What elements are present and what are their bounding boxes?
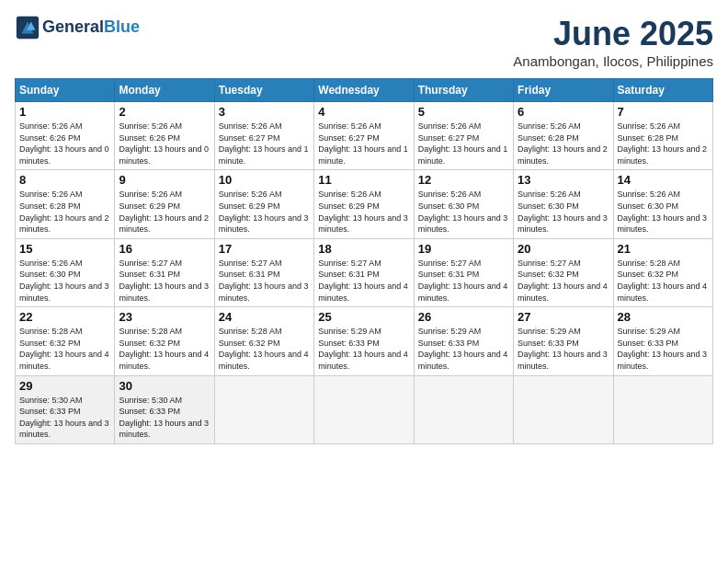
day-number: 15 — [19, 242, 110, 256]
day-info: Sunrise: 5:26 AMSunset: 6:29 PMDaylight:… — [318, 189, 409, 235]
day-info: Sunrise: 5:26 AMSunset: 6:28 PMDaylight:… — [518, 121, 609, 167]
col-friday: Friday — [514, 79, 613, 102]
day-info: Sunrise: 5:27 AMSunset: 6:31 PMDaylight:… — [418, 258, 509, 304]
table-row: 14Sunrise: 5:26 AMSunset: 6:30 PMDayligh… — [613, 170, 712, 238]
table-row — [514, 375, 613, 443]
logo: GeneralBlue — [15, 15, 140, 40]
day-info: Sunrise: 5:28 AMSunset: 6:32 PMDaylight:… — [219, 326, 310, 372]
col-thursday: Thursday — [414, 79, 513, 102]
day-number: 23 — [119, 310, 210, 324]
table-row: 8Sunrise: 5:26 AMSunset: 6:28 PMDaylight… — [16, 170, 115, 238]
day-number: 18 — [318, 242, 409, 256]
table-row: 24Sunrise: 5:28 AMSunset: 6:32 PMDayligh… — [214, 307, 313, 375]
table-row: 29Sunrise: 5:30 AMSunset: 6:33 PMDayligh… — [16, 375, 115, 443]
table-row: 4Sunrise: 5:26 AMSunset: 6:27 PMDaylight… — [314, 102, 414, 170]
day-info: Sunrise: 5:26 AMSunset: 6:30 PMDaylight:… — [618, 189, 709, 235]
table-row: 23Sunrise: 5:28 AMSunset: 6:32 PMDayligh… — [115, 307, 214, 375]
day-info: Sunrise: 5:26 AMSunset: 6:28 PMDaylight:… — [618, 121, 709, 167]
day-number: 13 — [518, 173, 609, 187]
day-info: Sunrise: 5:27 AMSunset: 6:32 PMDaylight:… — [518, 258, 609, 304]
calendar-week-row: 22Sunrise: 5:28 AMSunset: 6:32 PMDayligh… — [16, 307, 713, 375]
day-number: 12 — [418, 173, 509, 187]
day-info: Sunrise: 5:30 AMSunset: 6:33 PMDaylight:… — [119, 395, 210, 441]
day-info: Sunrise: 5:28 AMSunset: 6:32 PMDaylight:… — [119, 326, 210, 372]
day-info: Sunrise: 5:27 AMSunset: 6:31 PMDaylight:… — [318, 258, 409, 304]
col-saturday: Saturday — [613, 79, 712, 102]
day-number: 20 — [518, 242, 609, 256]
day-info: Sunrise: 5:29 AMSunset: 6:33 PMDaylight:… — [518, 326, 609, 372]
page-header: GeneralBlue June 2025 Anambongan, Ilocos… — [15, 15, 713, 69]
table-row: 13Sunrise: 5:26 AMSunset: 6:30 PMDayligh… — [514, 170, 613, 238]
day-info: Sunrise: 5:26 AMSunset: 6:29 PMDaylight:… — [219, 189, 310, 235]
day-info: Sunrise: 5:27 AMSunset: 6:31 PMDaylight:… — [219, 258, 310, 304]
table-row: 22Sunrise: 5:28 AMSunset: 6:32 PMDayligh… — [16, 307, 115, 375]
day-info: Sunrise: 5:26 AMSunset: 6:26 PMDaylight:… — [119, 121, 210, 167]
table-row: 15Sunrise: 5:26 AMSunset: 6:30 PMDayligh… — [16, 238, 115, 306]
day-number: 30 — [119, 379, 210, 393]
day-number: 4 — [318, 105, 409, 119]
location-title: Anambongan, Ilocos, Philippines — [513, 53, 713, 69]
day-number: 10 — [219, 173, 310, 187]
day-number: 7 — [618, 105, 709, 119]
day-number: 22 — [19, 310, 110, 324]
title-block: June 2025 Anambongan, Ilocos, Philippine… — [513, 15, 713, 69]
table-row: 28Sunrise: 5:29 AMSunset: 6:33 PMDayligh… — [613, 307, 712, 375]
day-info: Sunrise: 5:26 AMSunset: 6:29 PMDaylight:… — [119, 189, 210, 235]
table-row: 5Sunrise: 5:26 AMSunset: 6:27 PMDaylight… — [414, 102, 513, 170]
day-info: Sunrise: 5:26 AMSunset: 6:30 PMDaylight:… — [19, 258, 110, 304]
calendar-table: Sunday Monday Tuesday Wednesday Thursday… — [15, 78, 713, 444]
col-wednesday: Wednesday — [314, 79, 414, 102]
table-row: 30Sunrise: 5:30 AMSunset: 6:33 PMDayligh… — [115, 375, 214, 443]
col-sunday: Sunday — [16, 79, 115, 102]
logo-icon — [15, 15, 40, 40]
calendar-week-row: 15Sunrise: 5:26 AMSunset: 6:30 PMDayligh… — [16, 238, 713, 306]
day-number: 14 — [618, 173, 709, 187]
day-info: Sunrise: 5:27 AMSunset: 6:31 PMDaylight:… — [119, 258, 210, 304]
day-number: 29 — [19, 379, 110, 393]
day-number: 11 — [318, 173, 409, 187]
day-info: Sunrise: 5:26 AMSunset: 6:28 PMDaylight:… — [19, 189, 110, 235]
day-number: 28 — [618, 310, 709, 324]
table-row: 11Sunrise: 5:26 AMSunset: 6:29 PMDayligh… — [314, 170, 414, 238]
day-info: Sunrise: 5:29 AMSunset: 6:33 PMDaylight:… — [418, 326, 509, 372]
day-number: 24 — [219, 310, 310, 324]
day-info: Sunrise: 5:28 AMSunset: 6:32 PMDaylight:… — [19, 326, 110, 372]
day-info: Sunrise: 5:26 AMSunset: 6:30 PMDaylight:… — [518, 189, 609, 235]
table-row: 26Sunrise: 5:29 AMSunset: 6:33 PMDayligh… — [414, 307, 513, 375]
day-number: 17 — [219, 242, 310, 256]
table-row: 10Sunrise: 5:26 AMSunset: 6:29 PMDayligh… — [214, 170, 313, 238]
table-row: 17Sunrise: 5:27 AMSunset: 6:31 PMDayligh… — [214, 238, 313, 306]
day-info: Sunrise: 5:26 AMSunset: 6:30 PMDaylight:… — [418, 189, 509, 235]
table-row — [414, 375, 513, 443]
day-info: Sunrise: 5:28 AMSunset: 6:32 PMDaylight:… — [618, 258, 709, 304]
day-info: Sunrise: 5:26 AMSunset: 6:26 PMDaylight:… — [19, 121, 110, 167]
logo-text: GeneralBlue — [42, 18, 140, 37]
day-number: 3 — [219, 105, 310, 119]
day-number: 16 — [119, 242, 210, 256]
table-row: 20Sunrise: 5:27 AMSunset: 6:32 PMDayligh… — [514, 238, 613, 306]
table-row: 9Sunrise: 5:26 AMSunset: 6:29 PMDaylight… — [115, 170, 214, 238]
day-number: 1 — [19, 105, 110, 119]
table-row: 2Sunrise: 5:26 AMSunset: 6:26 PMDaylight… — [115, 102, 214, 170]
day-info: Sunrise: 5:29 AMSunset: 6:33 PMDaylight:… — [318, 326, 409, 372]
day-info: Sunrise: 5:26 AMSunset: 6:27 PMDaylight:… — [318, 121, 409, 167]
table-row: 27Sunrise: 5:29 AMSunset: 6:33 PMDayligh… — [514, 307, 613, 375]
day-info: Sunrise: 5:26 AMSunset: 6:27 PMDaylight:… — [418, 121, 509, 167]
day-info: Sunrise: 5:26 AMSunset: 6:27 PMDaylight:… — [219, 121, 310, 167]
day-number: 26 — [418, 310, 509, 324]
day-number: 9 — [119, 173, 210, 187]
day-number: 8 — [19, 173, 110, 187]
day-info: Sunrise: 5:30 AMSunset: 6:33 PMDaylight:… — [19, 395, 110, 441]
col-tuesday: Tuesday — [214, 79, 313, 102]
day-number: 19 — [418, 242, 509, 256]
table-row: 3Sunrise: 5:26 AMSunset: 6:27 PMDaylight… — [214, 102, 313, 170]
table-row — [314, 375, 414, 443]
day-number: 21 — [618, 242, 709, 256]
table-row: 18Sunrise: 5:27 AMSunset: 6:31 PMDayligh… — [314, 238, 414, 306]
day-number: 6 — [518, 105, 609, 119]
month-title: June 2025 — [513, 15, 713, 53]
table-row: 19Sunrise: 5:27 AMSunset: 6:31 PMDayligh… — [414, 238, 513, 306]
day-info: Sunrise: 5:29 AMSunset: 6:33 PMDaylight:… — [618, 326, 709, 372]
table-row — [214, 375, 313, 443]
table-row: 6Sunrise: 5:26 AMSunset: 6:28 PMDaylight… — [514, 102, 613, 170]
